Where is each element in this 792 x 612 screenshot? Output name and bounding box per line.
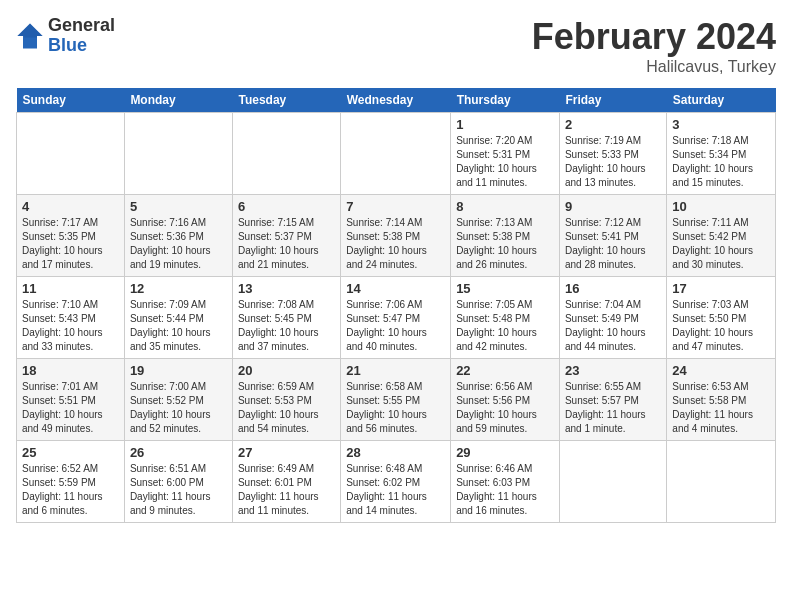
day-info: Sunrise: 7:11 AM Sunset: 5:42 PM Dayligh…: [672, 216, 770, 272]
svg-marker-1: [17, 23, 42, 37]
day-number: 4: [22, 199, 119, 214]
calendar-cell: 5Sunrise: 7:16 AM Sunset: 5:36 PM Daylig…: [124, 195, 232, 277]
logo-general: General: [48, 16, 115, 36]
calendar-cell: 21Sunrise: 6:58 AM Sunset: 5:55 PM Dayli…: [341, 359, 451, 441]
day-number: 5: [130, 199, 227, 214]
day-info: Sunrise: 7:18 AM Sunset: 5:34 PM Dayligh…: [672, 134, 770, 190]
calendar-cell: 4Sunrise: 7:17 AM Sunset: 5:35 PM Daylig…: [17, 195, 125, 277]
day-number: 23: [565, 363, 661, 378]
day-number: 2: [565, 117, 661, 132]
calendar-cell: 11Sunrise: 7:10 AM Sunset: 5:43 PM Dayli…: [17, 277, 125, 359]
day-number: 26: [130, 445, 227, 460]
calendar-cell: 12Sunrise: 7:09 AM Sunset: 5:44 PM Dayli…: [124, 277, 232, 359]
calendar-table: SundayMondayTuesdayWednesdayThursdayFrid…: [16, 88, 776, 523]
calendar-cell: 19Sunrise: 7:00 AM Sunset: 5:52 PM Dayli…: [124, 359, 232, 441]
calendar-cell: 18Sunrise: 7:01 AM Sunset: 5:51 PM Dayli…: [17, 359, 125, 441]
calendar-cell: 14Sunrise: 7:06 AM Sunset: 5:47 PM Dayli…: [341, 277, 451, 359]
calendar-cell: [232, 113, 340, 195]
day-info: Sunrise: 6:48 AM Sunset: 6:02 PM Dayligh…: [346, 462, 445, 518]
day-info: Sunrise: 7:20 AM Sunset: 5:31 PM Dayligh…: [456, 134, 554, 190]
calendar-week-row: 11Sunrise: 7:10 AM Sunset: 5:43 PM Dayli…: [17, 277, 776, 359]
day-number: 3: [672, 117, 770, 132]
calendar-cell: 28Sunrise: 6:48 AM Sunset: 6:02 PM Dayli…: [341, 441, 451, 523]
day-number: 14: [346, 281, 445, 296]
day-info: Sunrise: 6:49 AM Sunset: 6:01 PM Dayligh…: [238, 462, 335, 518]
calendar-cell: 27Sunrise: 6:49 AM Sunset: 6:01 PM Dayli…: [232, 441, 340, 523]
calendar-cell: 22Sunrise: 6:56 AM Sunset: 5:56 PM Dayli…: [451, 359, 560, 441]
calendar-week-row: 18Sunrise: 7:01 AM Sunset: 5:51 PM Dayli…: [17, 359, 776, 441]
day-info: Sunrise: 7:17 AM Sunset: 5:35 PM Dayligh…: [22, 216, 119, 272]
day-info: Sunrise: 6:59 AM Sunset: 5:53 PM Dayligh…: [238, 380, 335, 436]
day-info: Sunrise: 6:51 AM Sunset: 6:00 PM Dayligh…: [130, 462, 227, 518]
calendar-cell: 7Sunrise: 7:14 AM Sunset: 5:38 PM Daylig…: [341, 195, 451, 277]
calendar-cell: [667, 441, 776, 523]
calendar-cell: 24Sunrise: 6:53 AM Sunset: 5:58 PM Dayli…: [667, 359, 776, 441]
day-info: Sunrise: 7:10 AM Sunset: 5:43 PM Dayligh…: [22, 298, 119, 354]
day-info: Sunrise: 6:53 AM Sunset: 5:58 PM Dayligh…: [672, 380, 770, 436]
day-number: 8: [456, 199, 554, 214]
day-info: Sunrise: 7:03 AM Sunset: 5:50 PM Dayligh…: [672, 298, 770, 354]
calendar-cell: [559, 441, 666, 523]
day-number: 13: [238, 281, 335, 296]
weekday-header-saturday: Saturday: [667, 88, 776, 113]
day-number: 21: [346, 363, 445, 378]
day-number: 27: [238, 445, 335, 460]
calendar-cell: 17Sunrise: 7:03 AM Sunset: 5:50 PM Dayli…: [667, 277, 776, 359]
day-number: 1: [456, 117, 554, 132]
day-info: Sunrise: 7:19 AM Sunset: 5:33 PM Dayligh…: [565, 134, 661, 190]
day-info: Sunrise: 6:46 AM Sunset: 6:03 PM Dayligh…: [456, 462, 554, 518]
day-info: Sunrise: 7:08 AM Sunset: 5:45 PM Dayligh…: [238, 298, 335, 354]
day-info: Sunrise: 7:12 AM Sunset: 5:41 PM Dayligh…: [565, 216, 661, 272]
calendar-week-row: 1Sunrise: 7:20 AM Sunset: 5:31 PM Daylig…: [17, 113, 776, 195]
day-number: 15: [456, 281, 554, 296]
calendar-cell: 26Sunrise: 6:51 AM Sunset: 6:00 PM Dayli…: [124, 441, 232, 523]
day-number: 7: [346, 199, 445, 214]
calendar-cell: 13Sunrise: 7:08 AM Sunset: 5:45 PM Dayli…: [232, 277, 340, 359]
weekday-header-sunday: Sunday: [17, 88, 125, 113]
weekday-header-friday: Friday: [559, 88, 666, 113]
calendar-cell: 8Sunrise: 7:13 AM Sunset: 5:38 PM Daylig…: [451, 195, 560, 277]
calendar-cell: 2Sunrise: 7:19 AM Sunset: 5:33 PM Daylig…: [559, 113, 666, 195]
day-number: 6: [238, 199, 335, 214]
day-info: Sunrise: 6:56 AM Sunset: 5:56 PM Dayligh…: [456, 380, 554, 436]
weekday-header-row: SundayMondayTuesdayWednesdayThursdayFrid…: [17, 88, 776, 113]
day-number: 20: [238, 363, 335, 378]
day-number: 17: [672, 281, 770, 296]
day-number: 11: [22, 281, 119, 296]
day-info: Sunrise: 7:13 AM Sunset: 5:38 PM Dayligh…: [456, 216, 554, 272]
day-number: 16: [565, 281, 661, 296]
day-info: Sunrise: 7:15 AM Sunset: 5:37 PM Dayligh…: [238, 216, 335, 272]
weekday-header-thursday: Thursday: [451, 88, 560, 113]
calendar-cell: [341, 113, 451, 195]
calendar-week-row: 4Sunrise: 7:17 AM Sunset: 5:35 PM Daylig…: [17, 195, 776, 277]
day-info: Sunrise: 7:01 AM Sunset: 5:51 PM Dayligh…: [22, 380, 119, 436]
day-info: Sunrise: 7:09 AM Sunset: 5:44 PM Dayligh…: [130, 298, 227, 354]
calendar-cell: 20Sunrise: 6:59 AM Sunset: 5:53 PM Dayli…: [232, 359, 340, 441]
logo-icon: [16, 22, 44, 50]
logo: General Blue: [16, 16, 115, 56]
calendar-cell: 29Sunrise: 6:46 AM Sunset: 6:03 PM Dayli…: [451, 441, 560, 523]
calendar-cell: 3Sunrise: 7:18 AM Sunset: 5:34 PM Daylig…: [667, 113, 776, 195]
day-number: 29: [456, 445, 554, 460]
month-title: February 2024: [532, 16, 776, 58]
day-number: 25: [22, 445, 119, 460]
day-info: Sunrise: 7:06 AM Sunset: 5:47 PM Dayligh…: [346, 298, 445, 354]
day-number: 9: [565, 199, 661, 214]
day-number: 19: [130, 363, 227, 378]
day-info: Sunrise: 6:52 AM Sunset: 5:59 PM Dayligh…: [22, 462, 119, 518]
day-info: Sunrise: 7:05 AM Sunset: 5:48 PM Dayligh…: [456, 298, 554, 354]
weekday-header-tuesday: Tuesday: [232, 88, 340, 113]
calendar-cell: 15Sunrise: 7:05 AM Sunset: 5:48 PM Dayli…: [451, 277, 560, 359]
page-header: General Blue February 2024 Halilcavus, T…: [16, 16, 776, 76]
calendar-cell: 23Sunrise: 6:55 AM Sunset: 5:57 PM Dayli…: [559, 359, 666, 441]
day-info: Sunrise: 6:58 AM Sunset: 5:55 PM Dayligh…: [346, 380, 445, 436]
day-number: 12: [130, 281, 227, 296]
calendar-cell: [124, 113, 232, 195]
logo-text: General Blue: [48, 16, 115, 56]
day-number: 18: [22, 363, 119, 378]
title-block: February 2024 Halilcavus, Turkey: [532, 16, 776, 76]
calendar-cell: [17, 113, 125, 195]
calendar-cell: 1Sunrise: 7:20 AM Sunset: 5:31 PM Daylig…: [451, 113, 560, 195]
day-info: Sunrise: 7:14 AM Sunset: 5:38 PM Dayligh…: [346, 216, 445, 272]
calendar-week-row: 25Sunrise: 6:52 AM Sunset: 5:59 PM Dayli…: [17, 441, 776, 523]
